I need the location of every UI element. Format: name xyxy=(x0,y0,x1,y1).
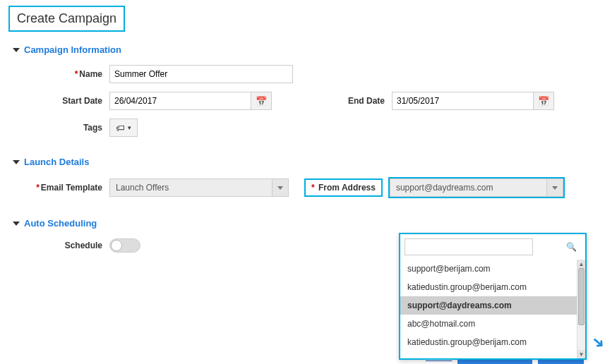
from-address-option[interactable]: katiedustin.group@berijam.com xyxy=(400,278,585,296)
chevron-down-icon xyxy=(13,160,20,164)
section-title: Launch Details xyxy=(24,157,89,167)
from-address-option[interactable]: support@berijam.com xyxy=(400,260,585,278)
chevron-down-icon: ▾ xyxy=(128,124,131,131)
scrollbar-thumb[interactable] xyxy=(578,268,585,325)
section-title: Auto Scheduling xyxy=(24,218,97,229)
from-address-dropdown-button[interactable] xyxy=(546,178,563,197)
name-input[interactable] xyxy=(109,65,293,83)
from-address-select[interactable]: support@daydreams.com xyxy=(390,178,563,197)
section-title: Campaign Information xyxy=(24,44,121,55)
email-template-select[interactable]: Launch Offers xyxy=(109,178,289,197)
label-name: *Name xyxy=(14,69,109,79)
from-address-value: support@daydreams.com xyxy=(390,178,546,197)
end-date-picker-button[interactable]: 📅 xyxy=(533,92,554,110)
chevron-down-icon xyxy=(13,222,20,226)
chevron-down-icon xyxy=(277,186,283,190)
chevron-down-icon xyxy=(13,48,20,52)
from-address-search-input[interactable] xyxy=(405,238,533,255)
label-tags: Tags xyxy=(14,123,109,133)
calendar-icon: 📅 xyxy=(256,96,267,107)
from-address-option-list: support@berijam.com katiedustin.group@be… xyxy=(400,260,585,358)
from-address-dropdown-panel: 🔍 support@berijam.com katiedustin.group@… xyxy=(399,233,587,360)
label-schedule: Schedule xyxy=(14,241,109,250)
from-address-option[interactable] xyxy=(400,351,585,358)
annotation-arrow-icon: ➜ xyxy=(587,331,605,353)
section-toggle-auto-scheduling[interactable]: Auto Scheduling xyxy=(8,218,597,229)
search-icon: 🔍 xyxy=(566,242,577,252)
label-start-date: Start Date xyxy=(14,96,109,106)
tags-picker-button[interactable]: 🏷 ▾ xyxy=(109,119,138,137)
section-launch-details: Launch Details *Email Template Launch Of… xyxy=(8,157,597,198)
dropdown-scrollbar[interactable]: ▲ ▼ xyxy=(577,260,585,358)
start-date-input[interactable] xyxy=(109,92,251,110)
calendar-icon: 📅 xyxy=(538,96,549,107)
email-template-dropdown-button[interactable] xyxy=(272,178,289,197)
chevron-down-icon xyxy=(552,186,558,190)
from-address-option[interactable]: katiedustin.group@berijam.com xyxy=(400,333,585,351)
section-toggle-campaign-information[interactable]: Campaign Information xyxy=(8,44,597,55)
start-date-picker-button[interactable]: 📅 xyxy=(251,92,272,110)
scroll-up-icon[interactable]: ▲ xyxy=(577,260,585,268)
section-campaign-information: Campaign Information *Name Start Date 📅 xyxy=(8,44,597,137)
schedule-toggle[interactable] xyxy=(109,238,140,253)
email-template-value: Launch Offers xyxy=(109,178,272,197)
label-end-date: End Date xyxy=(314,96,392,106)
label-from-address: * From Address xyxy=(304,178,383,197)
from-address-option[interactable]: support@daydreams.com xyxy=(400,296,585,315)
label-email-template: *Email Template xyxy=(14,183,109,193)
from-address-option[interactable]: abc@hotmail.com xyxy=(400,315,585,333)
tag-icon: 🏷 xyxy=(116,123,125,133)
scroll-down-icon[interactable]: ▼ xyxy=(577,350,585,358)
end-date-input[interactable] xyxy=(392,92,533,110)
page-title: Create Campaign xyxy=(8,6,125,32)
section-toggle-launch-details[interactable]: Launch Details xyxy=(8,157,597,167)
